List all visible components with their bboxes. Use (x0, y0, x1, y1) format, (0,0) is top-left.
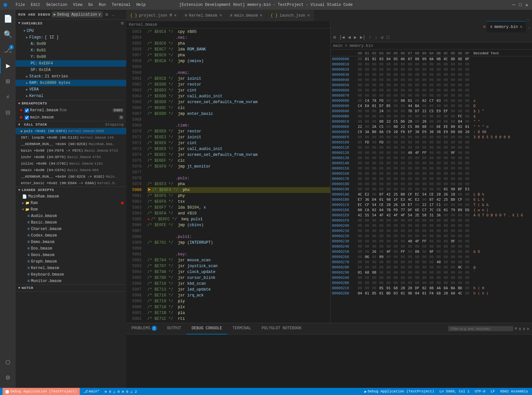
close-panel-icon[interactable]: ✕ (527, 326, 529, 332)
window-controls[interactable]: ─ □ ✕ (512, 3, 529, 7)
reg-pc[interactable]: PC: 0xE6F4 (16, 60, 126, 67)
call-stack-item-7[interactable]: __KERNRAM_RUN__ +0x04 (00:02C8 -> 0102) … (16, 173, 126, 180)
script-dos[interactable]: ≡ Dos.bmasm (16, 245, 126, 252)
step-back-button[interactable]: ◀ (347, 34, 352, 41)
call-stack-item-5[interactable]: inlinc +0x00 (04:C76C) Basic.bmasm 1101 (16, 160, 126, 167)
stack-item[interactable]: ▶ Stack: 21 entries (16, 73, 126, 80)
menu-selection[interactable]: Selection (44, 2, 70, 8)
ram-item[interactable]: ▶ RAM: 0x10000 bytes (16, 80, 126, 86)
flags-item[interactable]: ▶ Flags: [ IZ ] (16, 34, 126, 41)
chevron-up-icon[interactable]: ∧ (519, 326, 521, 332)
script-graph[interactable]: ≡ Graph.bmasm (16, 258, 126, 265)
debug-play-status[interactable]: ▶ Debug Application (TestProject) (363, 389, 435, 394)
explorer-activity-icon[interactable]: 📄 (0, 11, 16, 27)
encoding-status[interactable]: UTF-8 (473, 389, 487, 393)
search-activity-icon[interactable]: 🔍 (0, 27, 16, 42)
menu-go[interactable]: Go (86, 2, 95, 8)
cpu-group[interactable]: ▼ CPU (16, 28, 126, 34)
extensions-activity-icon[interactable]: ⊞ (0, 74, 16, 89)
breakpoint-main[interactable]: ● main.bmasm 5 (16, 114, 126, 121)
call-stack-item-6[interactable]: nmain +0x00 (04:C67A) Basic.bmasm 969 (16, 167, 126, 173)
bottom-panel-actions[interactable]: ≡ ∧ ∨ ✕ (448, 326, 532, 332)
step-forward-button[interactable]: ▶ (353, 34, 358, 41)
scm-activity-icon[interactable]: ⎇ 1 (0, 42, 16, 58)
remote-activity-icon[interactable]: ⊟ (0, 105, 16, 120)
run-activity-icon[interactable]: ⚡ (0, 89, 16, 105)
call-stack-item-1[interactable]: INT: loop3b +0x0D (00:C115) Kernel.bmasm… (16, 134, 126, 141)
memory-content[interactable]: 00 01 02 03 04 05 06 07 08 09 0A 0B 0C 0… (331, 49, 532, 323)
scroll-down-button[interactable]: ↓ (373, 34, 378, 41)
tab-debug-console[interactable]: DEBUG CONSOLE (186, 323, 227, 334)
go-to-start-button[interactable]: |◀ (338, 34, 346, 41)
reg-sp[interactable]: SP: 0x1EA (16, 67, 126, 73)
maximize-button[interactable]: □ (518, 3, 522, 7)
tab-main-bmasm[interactable]: ≡ main.bmasm × (226, 10, 267, 21)
reg-x[interactable]: X: 0x01 (16, 47, 126, 54)
script-basic[interactable]: ≡ Basic.bmasm (16, 219, 126, 226)
script-monitor[interactable]: ≡ Monitor.bmasm (16, 278, 126, 284)
script-ram-folder[interactable]: ▶ 📁 Ram (16, 200, 126, 206)
split-editor-icon[interactable]: ⊡ (483, 24, 485, 29)
breakpoint-kernel-checkbox[interactable] (25, 108, 29, 113)
code-lines[interactable]: /* $E6C4 */ cpy #$05 .nmi: /* $E6C6 */ p… (144, 28, 330, 323)
script-rom-folder[interactable]: ▼ 📂 Rom (16, 206, 126, 213)
call-stack-item-4[interactable]: inchr +0x00 (04:DF75) Basic.bmasm 4754 (16, 154, 126, 160)
call-stack-item-0[interactable]: ▶ puls +0x01 (00:E6F4) Kernel.bmasm 5980 (16, 128, 126, 134)
call-stack-item-8[interactable]: enter_basic +0x02 (00:E684 -> E68A) Kern… (16, 180, 126, 186)
settings-activity-icon[interactable]: ⚙ (0, 370, 16, 385)
script-keyboard[interactable]: ≡ Keyboard.bmasm (16, 271, 126, 278)
memory-panel-actions[interactable]: ⊡ (483, 24, 485, 29)
settings-button[interactable]: ⚙ (332, 34, 337, 41)
branch-status-item[interactable]: ⎇ main* (82, 389, 101, 394)
debug-status-item[interactable]: ⬤ Debug Application (TestProject) (3, 388, 80, 395)
breakpoint-kernel[interactable]: ● Kernel.bmasm Rom 5985 (16, 107, 126, 114)
tab-terminal[interactable]: TERMINAL (227, 323, 256, 334)
chevron-down-icon[interactable]: ∨ (523, 326, 525, 332)
script-audio[interactable]: ≡ Audio.bmasm (16, 213, 126, 219)
close-button[interactable]: ✕ (525, 3, 529, 7)
vera-item[interactable]: ▶ VERA (16, 86, 126, 93)
go-to-end-button[interactable]: ▶| (359, 34, 367, 41)
tab-output[interactable]: OUTPUT (162, 323, 186, 334)
call-stack-section-header[interactable]: ▼ CALL STACK Stopping (16, 121, 126, 128)
debug-activity-icon[interactable]: ▶ (0, 58, 16, 74)
reg-y[interactable]: Y: 0x08 (16, 54, 126, 60)
breakpoint-main-checkbox[interactable] (25, 116, 29, 120)
debug-config-dropdown[interactable]: ▶ Debug Application ∨ (52, 11, 103, 18)
tab-launch-json[interactable]: { } launch.json × (267, 10, 314, 21)
menu-help[interactable]: Help (134, 2, 148, 8)
eol-status[interactable]: LF (489, 389, 496, 393)
menu-view[interactable]: View (70, 2, 85, 8)
scroll-up-button[interactable]: ↑ (367, 34, 373, 41)
tab-project-json[interactable]: { } project.json M × (126, 10, 181, 21)
script-kernel[interactable]: ≡ Kernel.bmasm (16, 265, 126, 271)
script-codex[interactable]: ≡ Codex.bmasm (16, 232, 126, 239)
script-mainram[interactable]: 📄 MainRam.bmasm (16, 193, 126, 200)
memory-tab-memory-bin[interactable]: ≡ memory.bin × (487, 21, 526, 33)
call-stack-item-3[interactable]: basin +0x00 (04:FD76 -> FD7C) Basic.bmas… (16, 147, 126, 154)
memory-more-button[interactable]: … (528, 25, 531, 29)
script-demo[interactable]: ≡ Demo.bmasm (16, 239, 126, 245)
call-stack-item-2[interactable]: __KERNRAM_RUN__ +0x04 (00:02C8) MainRam.… (16, 141, 126, 147)
maximize-button[interactable]: □ (385, 34, 390, 41)
watch-section-header[interactable]: ▼ WATCH (16, 285, 126, 291)
errors-status-item[interactable]: ⊗ 0 △ 0 ⊗ 0 △ 2 (103, 389, 138, 394)
menu-file[interactable]: File (13, 2, 28, 8)
tab-polyglot-notebook[interactable]: POLYGLOT NOTEBOOK (256, 323, 307, 334)
tab-problems[interactable]: PROBLEMS 2 (126, 323, 162, 334)
debug-console-content[interactable] (126, 334, 532, 388)
variables-restore-button[interactable]: ⊡ (121, 21, 124, 26)
breakpoints-section-header[interactable]: ▼ BREAKPOINTS (16, 100, 126, 107)
menu-edit[interactable]: Edit (28, 2, 43, 8)
script-charset[interactable]: ≡ Charset.bmasm (16, 226, 126, 232)
tab-close-button[interactable]: × (307, 13, 310, 18)
position-status[interactable]: Ln 5980, Col 1 (438, 389, 471, 393)
script-geos[interactable]: ≡ Geos.bmasm (16, 252, 126, 258)
reg-a[interactable]: A: 0x00 (16, 41, 126, 47)
language-status[interactable]: 6502 Assembly (499, 389, 529, 393)
account-activity-icon[interactable]: ◯ (0, 354, 16, 370)
menu-bar[interactable]: File Edit Selection View Go Run Terminal… (13, 2, 148, 8)
tab-close-button[interactable]: × (520, 24, 522, 30)
menu-terminal[interactable]: Terminal (109, 2, 133, 8)
menu-run[interactable]: Run (96, 2, 109, 8)
